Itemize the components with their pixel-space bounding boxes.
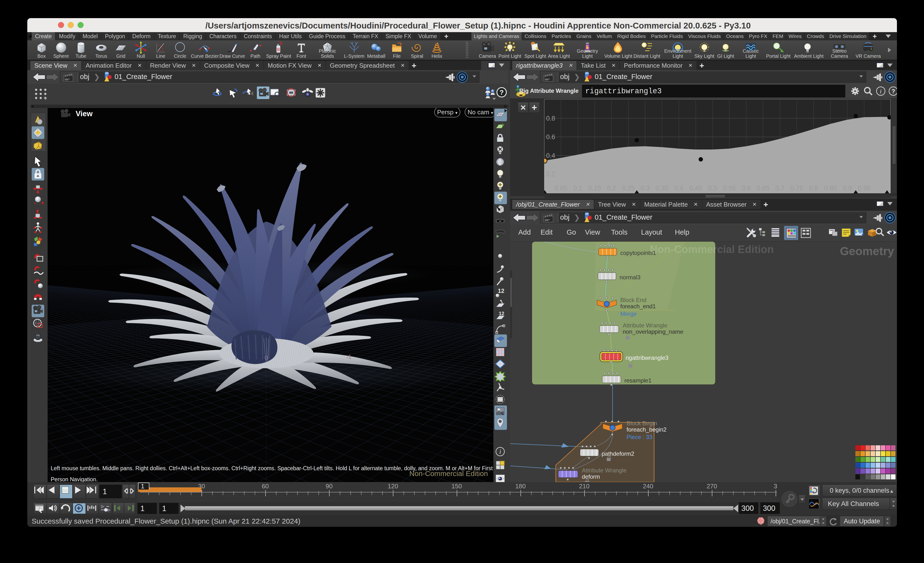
svg-text:0.75: 0.75: [790, 185, 803, 192]
svg-text:0.55: 0.55: [723, 185, 736, 192]
svg-text:0.3: 0.3: [640, 185, 650, 192]
svg-text:0.1: 0.1: [573, 185, 583, 192]
svg-text:0.05: 0.05: [555, 185, 567, 192]
svg-text:0.9: 0.9: [843, 185, 852, 192]
svg-text:22x: 22x: [36, 334, 40, 336]
svg-text:0.8: 0.8: [809, 185, 818, 192]
svg-text:0.7: 0.7: [776, 185, 784, 192]
svg-text:0.2: 0.2: [607, 185, 616, 192]
svg-text:0.8: 0.8: [546, 115, 555, 122]
svg-text:0.6: 0.6: [742, 185, 751, 192]
svg-text:0.6: 0.6: [546, 134, 555, 141]
svg-text:0.4: 0.4: [674, 185, 684, 192]
svg-text:0.35: 0.35: [656, 185, 669, 192]
svg-text:0.95: 0.95: [858, 185, 871, 192]
svg-text:0.4: 0.4: [546, 152, 555, 159]
svg-text:0.15: 0.15: [588, 185, 601, 192]
svg-text:?: ?: [500, 89, 504, 96]
svg-text:?: ?: [891, 88, 895, 95]
svg-text:0.5: 0.5: [708, 185, 717, 192]
svg-text:12: 12: [498, 288, 504, 294]
svg-text:0.45: 0.45: [689, 185, 702, 192]
svg-text:i: i: [499, 448, 501, 455]
svg-text:i: i: [880, 88, 882, 95]
svg-text:0.2: 0.2: [546, 171, 555, 178]
svg-text:0.25: 0.25: [622, 185, 635, 192]
svg-text:0.65: 0.65: [757, 185, 770, 192]
svg-text:0.85: 0.85: [824, 185, 837, 192]
svg-text:12: 12: [499, 311, 504, 316]
